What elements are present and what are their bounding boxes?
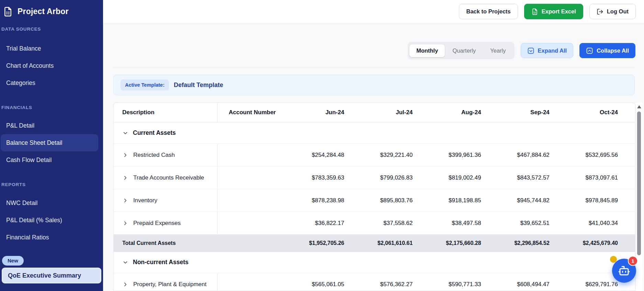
chevron-right-icon[interactable] (122, 281, 128, 288)
sidebar-section-label: REPORTS (0, 182, 103, 188)
scrollbar-up-arrow-icon[interactable] (637, 105, 641, 108)
active-template-value: Default Template (174, 82, 223, 89)
cell-value: $2,061,610.61 (344, 240, 413, 246)
group-label: Non-current Assets (133, 259, 189, 266)
export-excel-label: Export Excel (542, 8, 576, 15)
sidebar-item-cash-flow-detail[interactable]: Cash Flow Detail (1, 151, 98, 169)
sidebar-item-p-l-detail[interactable]: P&L Detail (1, 117, 98, 134)
expand-all-button[interactable]: Expand All (521, 43, 574, 58)
cell-value: $399,961.36 (413, 152, 481, 159)
table-controls: Monthly Quarterly Yearly Expand All Coll… (113, 42, 635, 59)
expand-all-label: Expand All (538, 47, 567, 54)
cell-value: $41,040.34 (550, 220, 618, 227)
chevron-right-icon[interactable] (122, 175, 128, 181)
active-template-bar: Active Template: Default Template (113, 75, 635, 95)
notification-badge[interactable]: 1 (628, 256, 638, 266)
robot-icon (618, 265, 630, 277)
app-logo: Project Arbor (0, 0, 103, 19)
cell-value: $978,845.89 (550, 197, 618, 204)
log-out-button[interactable]: Log Out (589, 4, 636, 19)
table-group-row[interactable]: Non-current Assets (114, 252, 635, 273)
export-excel-button[interactable]: Export Excel (524, 4, 583, 19)
cell-value: $608,494.47 (481, 281, 550, 288)
app-title: Project Arbor (18, 7, 69, 16)
section-divider (113, 67, 635, 67)
row-label: Property, Plant & Equipment (133, 281, 206, 288)
row-description-cell[interactable]: Property, Plant & Equipment (114, 273, 217, 291)
column-header-sep-24: Sep-24 (481, 109, 550, 116)
collapse-all-label: Collapse All (597, 47, 629, 54)
sidebar-item-categories[interactable]: Categories (1, 74, 98, 91)
back-to-projects-button[interactable]: Back to Projects (459, 4, 518, 19)
file-spreadsheet-icon (3, 7, 13, 17)
chevron-down-icon[interactable] (122, 259, 128, 266)
period-tab-quarterly[interactable]: Quarterly (445, 44, 483, 57)
period-toggle-group: Monthly Quarterly Yearly (408, 42, 514, 59)
cell-value: $783,359.63 (276, 174, 344, 181)
row-description-cell[interactable]: Prepaid Expenses (114, 212, 217, 234)
row-label: Trade Accounts Receivable (133, 174, 204, 181)
square-chevron-up-icon (586, 47, 593, 54)
table-row: Trade Accounts Receivable $783,359.63$79… (114, 166, 635, 189)
sidebar-item-chart-of-accounts[interactable]: Chart of Accounts (1, 57, 98, 74)
total-row-label: Total Current Assets (114, 240, 217, 246)
cell-value: $36,822.17 (276, 220, 344, 227)
cell-value: $254,284.48 (276, 152, 344, 159)
cell-value: $329,221.40 (344, 152, 413, 159)
column-header-account-number: Account Number (217, 109, 276, 116)
sidebar-item-nwc-detail[interactable]: NWC Detail (1, 194, 98, 212)
group-label: Current Assets (133, 129, 176, 137)
chevron-right-icon[interactable] (122, 220, 128, 226)
chevron-right-icon[interactable] (122, 197, 128, 204)
cell-value: $576,362.27 (344, 281, 413, 288)
sidebar-item-trial-balance[interactable]: Trial Balance (1, 40, 98, 57)
cell-value: $918,198.85 (413, 197, 481, 204)
top-bar: Back to Projects Export Excel Log Out (103, 0, 644, 23)
table-row: Prepaid Expenses $36,822.17$37,558.62$38… (114, 212, 635, 235)
row-description-cell[interactable]: Inventory (114, 189, 217, 212)
cell-value: $843,572.57 (481, 174, 550, 181)
collapse-all-button[interactable]: Collapse All (579, 43, 635, 58)
cell-value: $895,803.76 (344, 197, 413, 204)
back-to-projects-label: Back to Projects (466, 8, 510, 15)
log-out-icon (597, 8, 603, 15)
file-spreadsheet-icon (531, 8, 538, 15)
row-description-cell[interactable]: Trade Accounts Receivable (114, 166, 217, 189)
active-template-label: Active Template: (121, 79, 169, 90)
cell-value: $39,652.51 (481, 220, 550, 227)
period-tab-yearly[interactable]: Yearly (483, 44, 512, 57)
cell-value: $590,771.33 (413, 281, 481, 288)
column-header-jun-24: Jun-24 (276, 109, 344, 116)
sidebar-section-label: FINANCIALS (0, 105, 103, 111)
cell-value: $2,425,679.40 (550, 240, 618, 246)
column-header-jul-24: Jul-24 (344, 109, 413, 116)
table-total-row: Total Current Assets $1,952,705.26$2,061… (114, 235, 635, 252)
table-row: Restricted Cash $254,284.48$329,221.40$3… (114, 144, 635, 166)
row-label: Restricted Cash (133, 151, 175, 159)
cell-value: $467,884.62 (481, 152, 550, 159)
row-description-cell[interactable]: Restricted Cash (114, 144, 217, 166)
chevron-down-icon[interactable] (122, 130, 128, 136)
cell-value: $873,097.61 (550, 174, 618, 181)
cell-value: $37,558.62 (344, 220, 413, 227)
sidebar-section: FINANCIALS P&L Detail Balance Sheet Deta… (0, 105, 103, 169)
table-header-row: Description Account Number Jun-24Jul-24A… (114, 103, 635, 122)
period-tab-monthly[interactable]: Monthly (409, 44, 445, 57)
chevron-right-icon[interactable] (122, 152, 128, 158)
sidebar-item-p-l-detail-sales-[interactable]: P&L Detail (% Sales) (1, 212, 98, 229)
row-label: Prepaid Expenses (133, 219, 181, 227)
new-badge: New (2, 256, 24, 266)
table-group-row[interactable]: Current Assets (114, 122, 635, 144)
sidebar-item-financial-ratios[interactable]: Financial Ratios (1, 229, 98, 246)
cell-value: $38,497.58 (413, 220, 481, 227)
sidebar-item-balance-sheet-detail[interactable]: Balance Sheet Detail (1, 134, 98, 151)
cell-value: $799,026.83 (344, 174, 413, 181)
cell-value: $629,791.76 (550, 281, 618, 288)
sidebar-item-qoe-executive-summary[interactable]: QoE Executive Summary (2, 268, 101, 283)
cell-value: $565,061.05 (276, 281, 344, 288)
scrollbar-thumb[interactable] (637, 111, 641, 255)
sidebar-section: REPORTS NWC Detail P&L Detail (% Sales) … (0, 182, 103, 246)
sidebar: Project Arbor DATA SOURCES Trial Balance… (0, 0, 103, 291)
cell-value: $878,238.98 (276, 197, 344, 204)
row-label: Inventory (133, 197, 157, 204)
